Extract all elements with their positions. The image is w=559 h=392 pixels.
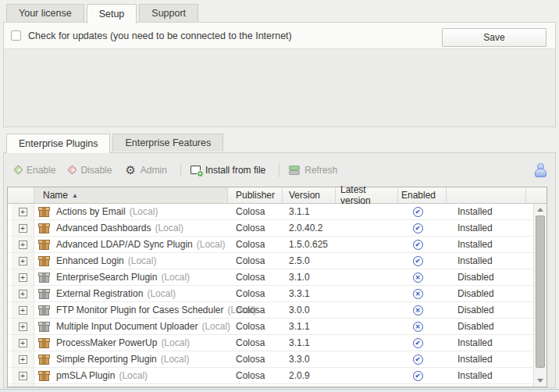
enabled-cell: ✕ bbox=[398, 319, 447, 334]
enable-button-label: Enable bbox=[27, 165, 55, 176]
publisher-cell bbox=[228, 384, 283, 387]
header-version[interactable]: Version bbox=[283, 187, 336, 203]
enabled-state-icon: ✔ bbox=[413, 355, 423, 365]
header-version-label: Version bbox=[289, 190, 320, 201]
expand-plus-icon[interactable]: + bbox=[19, 224, 27, 233]
refresh-icon bbox=[289, 166, 300, 175]
plugin-name: ProcessMaker PowerUp bbox=[56, 337, 157, 348]
enabled-cell: ✔ bbox=[398, 253, 447, 269]
status-cell: Installed bbox=[447, 220, 526, 236]
version-cell bbox=[283, 384, 336, 387]
enabled-cell: ✔ bbox=[398, 335, 447, 351]
package-icon bbox=[38, 288, 50, 299]
admin-button[interactable]: ⚙ Admin bbox=[125, 164, 166, 176]
expander-cell: + bbox=[8, 335, 34, 351]
plugin-scope: (Local) bbox=[128, 255, 157, 266]
tab-support[interactable]: Support bbox=[139, 4, 198, 22]
table-row[interactable]: + Advanced Dashboards (Local) Colosa 2.0… bbox=[8, 220, 533, 237]
status-cell: Disabled bbox=[447, 286, 526, 301]
tab-your-license[interactable]: Your license bbox=[6, 4, 84, 22]
save-button[interactable]: Save bbox=[442, 28, 547, 47]
package-icon bbox=[38, 305, 50, 315]
install-from-file-button[interactable]: + Install from file bbox=[190, 165, 265, 176]
expand-plus-icon[interactable]: + bbox=[19, 208, 27, 216]
expander-cell: + bbox=[8, 269, 34, 285]
version-cell: 2.0.9 bbox=[283, 368, 336, 383]
publisher-cell: Colosa bbox=[228, 351, 283, 367]
package-icon bbox=[38, 223, 50, 233]
enabled-cell: ✔ bbox=[398, 204, 447, 219]
status-cell bbox=[447, 384, 526, 387]
expand-plus-icon[interactable]: + bbox=[19, 323, 27, 331]
enabled-state-icon: ✔ bbox=[413, 240, 423, 250]
version-cell: 3.1.0 bbox=[283, 269, 336, 285]
header-status-column[interactable] bbox=[447, 187, 526, 203]
status-cell: Installed bbox=[447, 253, 526, 269]
table-row[interactable]: + ✕ bbox=[8, 384, 533, 387]
table-row[interactable]: + pmSLA Plugin (Local) Colosa 2.0.9 ✔ In… bbox=[8, 368, 533, 384]
processmaker-setup-screen: Your license Setup Support Check for upd… bbox=[0, 0, 559, 392]
enabled-state-icon: ✔ bbox=[413, 338, 423, 348]
enabled-state-icon: ✕ bbox=[413, 273, 423, 283]
vertical-scrollbar[interactable] bbox=[533, 204, 547, 387]
sort-asc-icon: ▲ bbox=[72, 192, 78, 199]
disable-button[interactable]: Disable bbox=[69, 165, 112, 176]
name-cell: External Registration (Local) bbox=[34, 286, 228, 301]
header-publisher[interactable]: Publisher bbox=[228, 187, 283, 203]
plugin-scope: (Local) bbox=[119, 370, 148, 381]
publisher-cell: Colosa bbox=[228, 368, 283, 383]
check-for-updates-checkbox[interactable] bbox=[11, 30, 21, 41]
table-row[interactable]: + Advanced LDAP/AD Sync Plugin (Local) C… bbox=[8, 237, 533, 253]
name-cell: Multiple Input Document Uploader (Local) bbox=[34, 319, 228, 334]
refresh-button[interactable]: Refresh bbox=[289, 165, 337, 176]
name-cell: Enhanced Login (Local) bbox=[34, 253, 228, 269]
user-icon[interactable] bbox=[534, 163, 546, 176]
tab-your-license-label: Your license bbox=[19, 8, 72, 19]
expand-plus-icon[interactable]: + bbox=[19, 290, 27, 298]
header-enabled[interactable]: Enabled bbox=[398, 187, 447, 203]
gear-icon: ⚙ bbox=[125, 164, 135, 176]
enabled-cell: ✔ bbox=[398, 220, 447, 236]
disable-button-label: Disable bbox=[80, 165, 112, 176]
table-row[interactable]: + ProcessMaker PowerUp (Local) Colosa 3.… bbox=[8, 335, 533, 351]
table-row[interactable]: + Simple Reporting Plugin (Local) Colosa… bbox=[8, 351, 533, 368]
tab-setup[interactable]: Setup bbox=[87, 4, 137, 23]
scrollbar-thumb[interactable] bbox=[536, 216, 545, 368]
toolbar-separator bbox=[279, 163, 280, 177]
scroll-up-button[interactable] bbox=[534, 205, 547, 215]
package-icon bbox=[38, 272, 50, 283]
expand-plus-icon[interactable]: + bbox=[19, 355, 27, 364]
plugin-scope: (Local) bbox=[155, 223, 183, 233]
plugin-name: Simple Reporting Plugin bbox=[56, 354, 157, 365]
publisher-cell: Colosa bbox=[228, 319, 283, 334]
scroll-down-button[interactable] bbox=[534, 376, 547, 386]
table-row[interactable]: + Enhanced Login (Local) Colosa 2.5.0 ✔ … bbox=[8, 253, 533, 269]
tab-enterprise-plugins[interactable]: Enterprise Plugins bbox=[6, 134, 110, 153]
expand-plus-icon[interactable]: + bbox=[19, 273, 27, 282]
plugin-scope: (Local) bbox=[161, 337, 190, 348]
table-row[interactable]: + External Registration (Local) Colosa 3… bbox=[8, 286, 533, 302]
plugin-name: pmSLA Plugin bbox=[56, 370, 115, 381]
install-from-file-label: Install from file bbox=[205, 165, 265, 176]
version-cell: 2.5.0 bbox=[283, 253, 336, 269]
expand-plus-icon[interactable]: + bbox=[19, 241, 27, 249]
expand-plus-icon[interactable]: + bbox=[19, 306, 27, 315]
enable-button[interactable]: Enable bbox=[15, 165, 55, 176]
table-row[interactable]: + EnterpriseSearch Plugin (Local) Colosa… bbox=[8, 269, 533, 286]
package-icon bbox=[38, 337, 50, 348]
version-cell: 3.3.0 bbox=[283, 351, 336, 367]
expand-plus-icon[interactable]: + bbox=[19, 339, 27, 347]
expand-plus-icon[interactable]: + bbox=[19, 372, 27, 380]
table-row[interactable]: + Multiple Input Document Uploader (Loca… bbox=[8, 319, 533, 335]
header-latest-version[interactable]: Latest version bbox=[336, 187, 398, 203]
plugin-name: Advanced LDAP/AD Sync Plugin bbox=[56, 239, 193, 250]
disable-tag-icon bbox=[68, 165, 78, 175]
table-row[interactable]: + Actions by Email (Local) Colosa 3.1.1 … bbox=[8, 204, 533, 220]
status-cell: Installed bbox=[447, 368, 526, 383]
tab-enterprise-features[interactable]: Enterprise Features bbox=[112, 134, 223, 151]
enabled-cell: ✕ bbox=[398, 269, 447, 285]
version-cell: 3.1.1 bbox=[283, 319, 336, 334]
expand-plus-icon[interactable]: + bbox=[19, 257, 27, 265]
table-row[interactable]: + FTP Monitor Plugin for Cases Scheduler… bbox=[8, 302, 533, 319]
header-name[interactable]: Name ▲ bbox=[34, 187, 228, 203]
